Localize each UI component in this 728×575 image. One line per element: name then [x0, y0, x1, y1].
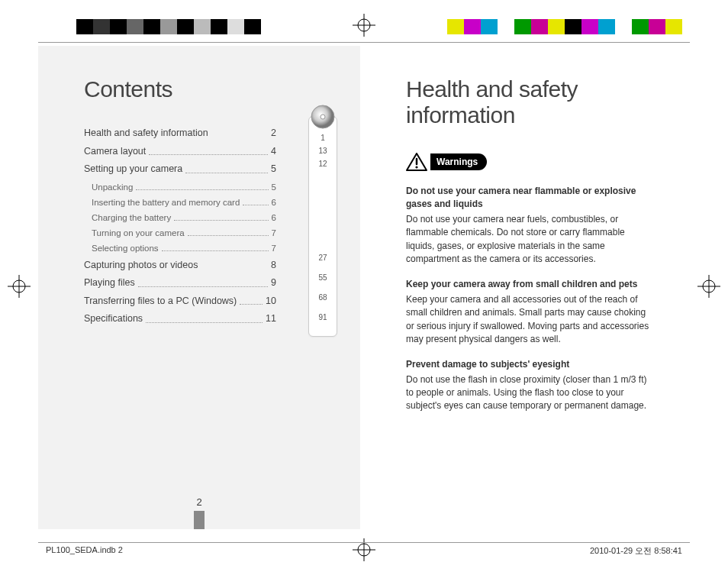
- toc-leader: [240, 295, 263, 305]
- toc-entry: Specifications11: [84, 312, 276, 326]
- thumb-index-num: 12: [309, 160, 337, 168]
- warning-section: Do not use your camera near flammable or…: [406, 185, 652, 266]
- warning-body: Do not use the flash in close proximity …: [406, 374, 646, 412]
- color-swatch: [665, 19, 682, 34]
- color-swatch: [127, 19, 143, 34]
- toc-label: Playing files: [84, 276, 135, 290]
- color-swatch: [598, 19, 615, 34]
- toc-entry: Unpacking5: [92, 181, 276, 193]
- toc-entry: Setting up your camera5: [84, 163, 276, 176]
- toc-label: Specifications: [84, 312, 143, 326]
- color-swatch: [194, 19, 211, 34]
- toc-leader: [149, 145, 268, 156]
- toc-entry: Health and safety information2: [84, 127, 276, 141]
- svg-point-16: [415, 166, 417, 168]
- thumb-index-num: 13: [309, 147, 337, 155]
- toc-page: 9: [271, 276, 276, 290]
- color-bar-left: [76, 19, 278, 34]
- registration-mark-icon: [353, 14, 375, 37]
- toc-label: Setting up your camera: [84, 163, 182, 176]
- color-swatch: [481, 19, 498, 34]
- toc-label: Turning on your camera: [92, 227, 185, 239]
- chapter-tab-icon: [194, 511, 205, 529]
- footer-file: PL100_SEDA.indb 2: [46, 545, 123, 557]
- toc-page: 5: [271, 163, 276, 176]
- thumb-index-num: 55: [309, 273, 337, 282]
- page-number: 2: [194, 496, 205, 508]
- toc-leader: [211, 127, 268, 137]
- crop-line: [38, 542, 690, 543]
- toc-entry: Camera layout4: [84, 145, 276, 159]
- toc-leader: [136, 181, 268, 190]
- toc-page: 6: [272, 196, 276, 208]
- toc-label: Inserting the battery and memory card: [92, 196, 240, 208]
- color-swatch: [548, 19, 565, 34]
- color-swatch: [615, 19, 632, 34]
- thumb-index-num: 27: [309, 254, 337, 262]
- toc-entry: Playing files9: [84, 276, 276, 290]
- toc-leader: [201, 259, 268, 270]
- toc-label: Capturing photos or videos: [84, 259, 198, 273]
- color-swatch: [464, 19, 481, 34]
- color-swatch: [565, 19, 581, 34]
- print-footer: PL100_SEDA.indb 2 2010-01-29 오전 8:58:41: [46, 545, 682, 557]
- toc-page: 4: [271, 145, 276, 159]
- toc-page: 7: [272, 227, 276, 239]
- contents-heading: Contents: [84, 76, 330, 102]
- table-of-contents-continued: Capturing photos or videos8Playing files…: [84, 259, 330, 326]
- left-page: Contents Health and safety information2C…: [38, 46, 360, 529]
- color-swatch: [227, 19, 244, 34]
- crop-line: [38, 42, 690, 43]
- thumb-index-num: 91: [309, 313, 337, 321]
- table-of-contents-sub: Unpacking5Inserting the battery and memo…: [84, 181, 330, 254]
- registration-mark-icon: [697, 275, 720, 298]
- toc-label: Health and safety information: [84, 127, 208, 141]
- warnings-badge: Warnings: [430, 153, 487, 170]
- warning-body: Keep your camera and all accessories out…: [406, 294, 649, 344]
- footer-timestamp: 2010-01-29 오전 8:58:41: [590, 545, 682, 557]
- table-of-contents: Health and safety information2Camera lay…: [84, 127, 330, 176]
- toc-leader: [185, 163, 268, 173]
- toc-leader: [243, 196, 268, 205]
- warning-section: Keep your camera away from small childre…: [406, 278, 652, 346]
- disc-icon: [311, 105, 335, 129]
- toc-leader: [174, 212, 268, 221]
- warning-body: Do not use your camera near fuels, combu…: [406, 214, 625, 264]
- warning-title: Prevent damage to subjects' eyesight: [406, 358, 652, 371]
- color-swatch: [110, 19, 127, 34]
- toc-entry: Charging the battery6: [92, 212, 276, 224]
- color-swatch: [93, 19, 110, 34]
- toc-entry: Inserting the battery and memory card6: [92, 196, 276, 208]
- color-swatch: [143, 19, 160, 34]
- toc-entry: Capturing photos or videos8: [84, 259, 276, 273]
- toc-leader: [162, 242, 269, 251]
- toc-page: 10: [266, 295, 276, 308]
- color-swatch: [160, 19, 177, 34]
- color-swatch: [261, 19, 278, 34]
- color-swatch: [211, 19, 227, 34]
- toc-leader: [138, 276, 268, 287]
- color-swatch: [632, 19, 649, 34]
- toc-entry: Selecting options7: [92, 242, 276, 254]
- thumb-index-num: 1: [309, 134, 337, 142]
- toc-page: 11: [266, 312, 276, 326]
- toc-label: Selecting options: [92, 242, 159, 254]
- color-swatch: [447, 19, 464, 34]
- color-swatch: [581, 19, 598, 34]
- toc-label: Camera layout: [84, 145, 146, 159]
- warning-title: Do not use your camera near flammable or…: [406, 185, 652, 212]
- toc-label: Transferring files to a PC (Windows): [84, 295, 237, 308]
- thumb-index-num: 68: [309, 293, 337, 302]
- page-number-tab: 2: [194, 496, 205, 529]
- thumb-index-gap: [309, 173, 337, 249]
- color-swatch: [76, 19, 93, 34]
- color-swatch: [514, 19, 531, 34]
- warnings-label: Warnings: [406, 153, 487, 171]
- color-swatch: [531, 19, 548, 34]
- svg-point-13: [321, 115, 325, 119]
- toc-page: 5: [272, 181, 276, 193]
- color-swatch: [177, 19, 194, 34]
- warning-section: Prevent damage to subjects' eyesightDo n…: [406, 358, 652, 413]
- warning-triangle-icon: [406, 153, 427, 171]
- toc-entry: Transferring files to a PC (Windows)10: [84, 295, 276, 308]
